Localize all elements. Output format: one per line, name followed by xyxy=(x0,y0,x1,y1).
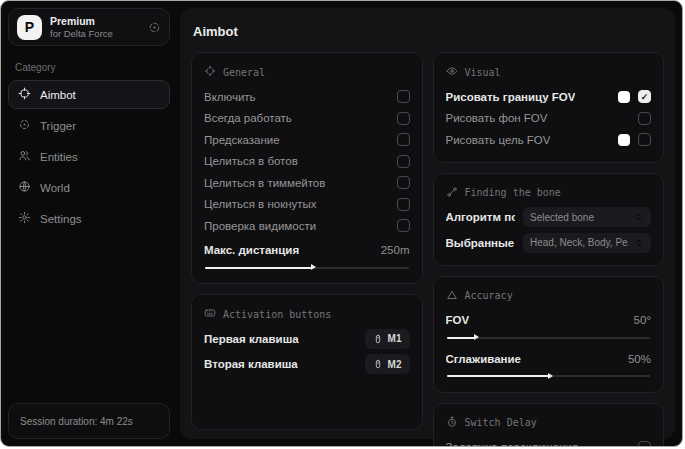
checkbox[interactable] xyxy=(638,441,651,447)
checkbox[interactable] xyxy=(638,90,651,103)
bind-row: Первая клавиша M1 xyxy=(204,328,410,350)
entities-icon xyxy=(18,149,31,164)
selected-bones-select[interactable]: Head, Neck, Body, Pe.. xyxy=(523,233,651,253)
card-columns: General Включить Всегда работать Предска… xyxy=(191,52,664,430)
checkbox[interactable] xyxy=(638,133,651,146)
crosshair-dashed-icon xyxy=(204,65,216,79)
toggle-label: Предсказание xyxy=(204,134,280,146)
card-switch-delay: Switch Delay Задержка переключения Задер… xyxy=(433,403,665,448)
select-value: Head, Neck, Body, Pe.. xyxy=(530,237,629,248)
card-activation-buttons: Activation buttons Первая клавиша M1 xyxy=(191,294,423,430)
right-column: Visual Рисовать границу FOV Рисовать фон… xyxy=(433,52,665,430)
bone-icon xyxy=(446,186,458,200)
slider-value: 50% xyxy=(628,353,651,365)
bind-row: Вторая клавиша M2 xyxy=(204,354,410,376)
sidebar-item-label: Aimbot xyxy=(40,89,76,101)
bind-label: Первая клавиша xyxy=(204,333,299,345)
bone-row: Выбранные кос Head, Neck, Body, Pe.. xyxy=(446,232,652,254)
color-swatch[interactable] xyxy=(618,91,630,103)
visual-label: Рисовать цель FOV xyxy=(446,134,551,146)
fov-slider[interactable] xyxy=(446,333,652,342)
card-finding-bone: Finding the bone Алгоритм поиска кост Se… xyxy=(433,173,665,266)
slider-row: Макс. дистанция 250m xyxy=(204,240,410,262)
unfold-icon xyxy=(634,208,644,226)
toggle-label: Включить xyxy=(204,91,256,103)
mouse-icon xyxy=(373,355,383,373)
session-duration: Session duration: 4m 22s xyxy=(8,403,170,439)
key-bind-button-m1[interactable]: M1 xyxy=(365,329,410,349)
card-title: Finding the bone xyxy=(465,187,561,198)
toggle-label: Проверка видимости xyxy=(204,220,316,232)
checkbox[interactable] xyxy=(397,155,410,168)
app-window: P Premium for Delta Force Category Aimbo… xyxy=(0,0,683,447)
smoothing-slider[interactable] xyxy=(446,372,652,381)
toggle-row: Задержка переключения xyxy=(446,437,652,448)
toggle-label: Целиться в ботов xyxy=(204,155,298,167)
sidebar-item-label: Entities xyxy=(40,151,78,163)
bone-label: Выбранные кос xyxy=(446,237,516,249)
toggle-row: Предсказание xyxy=(204,129,410,151)
sidebar-item-settings[interactable]: Settings xyxy=(8,204,170,233)
eye-icon xyxy=(446,65,458,79)
slider-fill xyxy=(447,375,550,377)
slider-value: 250m xyxy=(381,244,410,256)
checkbox[interactable] xyxy=(397,112,410,125)
max-distance-slider[interactable] xyxy=(204,263,410,272)
card-title: Switch Delay xyxy=(465,417,537,428)
sidebar-item-world[interactable]: World xyxy=(8,173,170,202)
checkbox[interactable] xyxy=(397,133,410,146)
toggle-row: Целиться в тиммейтов xyxy=(204,172,410,194)
sidebar-item-label: Settings xyxy=(40,213,82,225)
card-bone-header: Finding the bone xyxy=(446,186,652,200)
session-duration-label: Session duration: 4m 22s xyxy=(20,416,133,427)
crosshair-icon xyxy=(18,87,31,102)
unfold-icon xyxy=(634,234,644,252)
logo-text: Premium for Delta Force xyxy=(50,15,140,39)
app-subtitle: for Delta Force xyxy=(50,28,140,39)
visual-controls xyxy=(618,133,651,146)
card-general: General Включить Всегда работать Предска… xyxy=(191,52,423,284)
color-swatch[interactable] xyxy=(618,134,630,146)
stopwatch-icon xyxy=(446,416,458,430)
sidebar-item-label: Trigger xyxy=(40,120,76,132)
bone-label: Алгоритм поиска кост xyxy=(446,211,516,223)
main-panel: Aimbot General xyxy=(180,8,675,439)
sidebar: P Premium for Delta Force Category Aimbo… xyxy=(1,1,177,446)
key-bind-button-m2[interactable]: M2 xyxy=(365,354,410,374)
slider-fill xyxy=(447,337,476,339)
visual-controls xyxy=(638,112,651,125)
logo-card: P Premium for Delta Force xyxy=(8,8,170,46)
mouse-icon xyxy=(373,330,383,348)
trigger-crosshair-icon xyxy=(18,118,31,133)
visual-label: Рисовать границу FOV xyxy=(446,91,576,103)
crosshair-target-icon[interactable] xyxy=(148,21,161,34)
card-activation-header: Activation buttons xyxy=(204,307,410,321)
sidebar-item-trigger[interactable]: Trigger xyxy=(8,111,170,140)
toggle-row: Целиться в нокнутых xyxy=(204,194,410,216)
checkbox[interactable] xyxy=(397,90,410,103)
sidebar-item-entities[interactable]: Entities xyxy=(8,142,170,171)
keyboard-icon xyxy=(204,307,216,321)
slider-label: Макс. дистанция xyxy=(204,244,299,256)
sidebar-item-label: World xyxy=(40,182,70,194)
key-bind-value: M2 xyxy=(388,359,402,370)
page-title: Aimbot xyxy=(193,24,662,39)
slider-label: FOV xyxy=(446,314,470,326)
card-visual: Visual Рисовать границу FOV Рисовать фон… xyxy=(433,52,665,163)
checkbox[interactable] xyxy=(397,198,410,211)
checkbox[interactable] xyxy=(397,176,410,189)
triangle-icon xyxy=(446,289,458,303)
toggle-label: Целиться в нокнутых xyxy=(204,198,317,210)
visual-row: Рисовать границу FOV xyxy=(446,86,652,108)
bone-row: Алгоритм поиска кост Selected bone xyxy=(446,207,652,229)
card-title: Visual xyxy=(465,67,501,78)
select-value: Selected bone xyxy=(530,212,594,223)
bone-algorithm-select[interactable]: Selected bone xyxy=(523,207,651,227)
slider-label: Сглаживание xyxy=(446,353,521,365)
sidebar-item-aimbot[interactable]: Aimbot xyxy=(8,80,170,109)
card-general-header: General xyxy=(204,65,410,79)
checkbox[interactable] xyxy=(397,219,410,232)
toggle-label: Целиться в тиммейтов xyxy=(204,177,325,189)
card-switch-delay-header: Switch Delay xyxy=(446,416,652,430)
checkbox[interactable] xyxy=(638,112,651,125)
